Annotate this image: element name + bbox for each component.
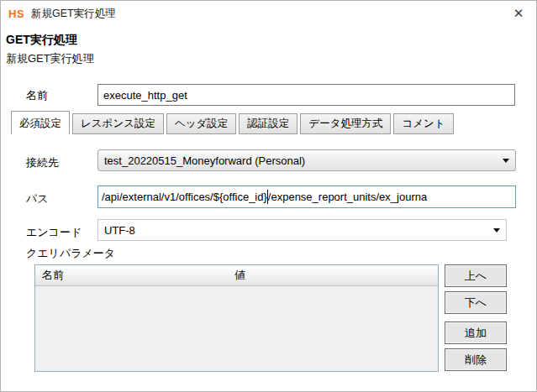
chevron-down-icon bbox=[503, 159, 509, 163]
close-icon[interactable]: ✕ bbox=[508, 3, 529, 24]
query-params-label: クエリパラメータ bbox=[26, 246, 115, 261]
path-label: パス bbox=[26, 191, 49, 206]
query-params-table[interactable]: 名前 値 bbox=[34, 264, 439, 372]
chevron-down-icon bbox=[493, 228, 500, 233]
tab-data-processing[interactable]: データ処理方式 bbox=[300, 113, 391, 134]
tab-bar: 必須設定 レスポンス設定 ヘッダ設定 認証設定 データ処理方式 コメント bbox=[11, 111, 456, 134]
column-header-name: 名前 bbox=[35, 268, 234, 283]
name-input[interactable] bbox=[97, 84, 515, 106]
delete-button[interactable]: 削除 bbox=[445, 348, 507, 371]
query-params-table-header: 名前 値 bbox=[35, 265, 438, 286]
page-title: GET実行処理 bbox=[6, 33, 77, 48]
path-input[interactable]: /api/external/v1/offices/${office_id}/ex… bbox=[97, 186, 516, 208]
connection-select[interactable]: test_20220515_Moneyforward (Personal) bbox=[97, 149, 516, 171]
dialog-window: HS 新規GET実行処理 ✕ GET実行処理 新規GET実行処理 名前 必須設定… bbox=[0, 0, 537, 392]
connection-label: 接続先 bbox=[26, 155, 59, 170]
path-value-after-caret: /expense_report_units/ex_journa bbox=[268, 191, 427, 203]
connection-select-value: test_20220515_Moneyforward (Personal) bbox=[104, 154, 305, 167]
encoding-label: エンコード bbox=[26, 225, 82, 240]
hs-logo: HS bbox=[8, 8, 24, 20]
add-button[interactable]: 追加 bbox=[445, 321, 507, 344]
column-header-value: 値 bbox=[234, 268, 438, 283]
tab-response-settings[interactable]: レスポンス設定 bbox=[72, 113, 164, 134]
tab-comment[interactable]: コメント bbox=[393, 113, 453, 134]
path-value-before-caret: /api/external/v1/offices/${office_id} bbox=[102, 191, 267, 203]
tab-required-settings[interactable]: 必須設定 bbox=[11, 111, 70, 134]
title-bar: HS 新規GET実行処理 ✕ bbox=[1, 1, 536, 26]
tab-header-settings[interactable]: ヘッダ設定 bbox=[166, 113, 236, 134]
tab-auth-settings[interactable]: 認証設定 bbox=[239, 113, 297, 134]
encoding-select[interactable]: UTF-8 bbox=[97, 219, 507, 241]
encoding-select-value: UTF-8 bbox=[104, 224, 135, 237]
page-subtitle: 新規GET実行処理 bbox=[6, 51, 94, 66]
query-params-table-body[interactable] bbox=[35, 286, 438, 371]
move-up-button[interactable]: 上へ bbox=[445, 264, 507, 287]
move-down-button[interactable]: 下へ bbox=[445, 291, 507, 314]
window-title: 新規GET実行処理 bbox=[31, 7, 116, 21]
name-label: 名前 bbox=[26, 88, 48, 103]
